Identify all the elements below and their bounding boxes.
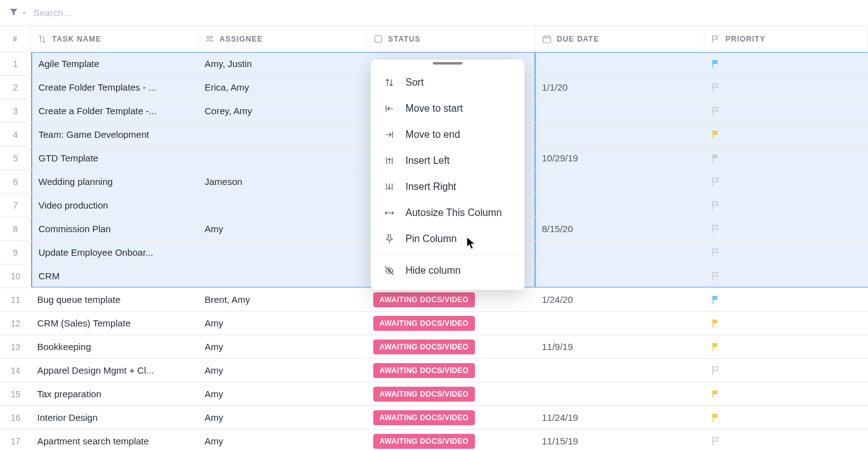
- table-row[interactable]: 17Apartment search templateAmyAWAITING D…: [0, 430, 868, 450]
- table-row[interactable]: 16Interior DesignAmyAWAITING DOCS/VIDEO1…: [0, 406, 868, 430]
- status-cell[interactable]: AWAITING DOCS/VIDEO: [367, 335, 536, 358]
- task-name-cell[interactable]: Agile Template: [31, 52, 198, 75]
- due-date-cell[interactable]: [536, 123, 704, 146]
- priority-cell[interactable]: [704, 264, 868, 287]
- due-date-cell[interactable]: 1/1/20: [536, 76, 704, 99]
- due-date-cell[interactable]: [536, 99, 704, 122]
- due-date-cell[interactable]: [536, 241, 704, 264]
- priority-cell[interactable]: [704, 335, 868, 358]
- priority-cell[interactable]: [704, 146, 868, 169]
- task-name-cell[interactable]: Bug queue template: [31, 288, 198, 311]
- priority-cell[interactable]: [704, 217, 868, 240]
- task-name-cell[interactable]: Create a Folder Template -...: [31, 99, 198, 122]
- assignee-cell[interactable]: Amy: [198, 335, 367, 358]
- assignee-cell[interactable]: Brent, Amy: [198, 288, 367, 311]
- menu-hide-column[interactable]: Hide column: [371, 258, 525, 284]
- priority-cell[interactable]: [704, 312, 868, 335]
- due-date-cell[interactable]: [536, 194, 704, 217]
- table-row[interactable]: 11Bug queue templateBrent, AmyAWAITING D…: [0, 288, 868, 312]
- table-row[interactable]: 15Tax preparationAmyAWAITING DOCS/VIDEO: [0, 382, 868, 406]
- due-date-cell[interactable]: [536, 52, 704, 75]
- assignee-cell[interactable]: Corey, Amy: [198, 99, 367, 122]
- assignee-cell[interactable]: Erica, Amy: [198, 76, 367, 99]
- status-cell[interactable]: AWAITING DOCS/VIDEO: [367, 430, 536, 450]
- status-cell[interactable]: AWAITING DOCS/VIDEO: [367, 359, 536, 382]
- assignee-cell[interactable]: [198, 194, 367, 217]
- task-name-cell[interactable]: Interior Design: [31, 406, 198, 429]
- priority-cell[interactable]: [704, 382, 868, 405]
- due-date-cell[interactable]: [536, 359, 704, 382]
- priority-cell[interactable]: [704, 430, 868, 450]
- task-name-cell[interactable]: CRM (Sales) Template: [31, 312, 198, 335]
- status-cell[interactable]: AWAITING DOCS/VIDEO: [367, 382, 536, 405]
- task-name-cell[interactable]: Team: Game Development: [31, 123, 198, 146]
- header-priority[interactable]: PRIORITY: [704, 26, 868, 52]
- table-row[interactable]: 13BookkeepingAmyAWAITING DOCS/VIDEO11/9/…: [0, 335, 868, 359]
- assignee-cell[interactable]: Amy: [198, 359, 367, 382]
- header-assignee[interactable]: ASSIGNEE: [198, 26, 367, 52]
- status-cell[interactable]: AWAITING DOCS/VIDEO: [367, 288, 536, 311]
- menu-pin-column[interactable]: Pin Column: [371, 226, 525, 252]
- task-name-cell[interactable]: CRM: [31, 264, 198, 287]
- priority-cell[interactable]: [704, 170, 868, 193]
- due-date-cell[interactable]: 1/24/20: [536, 288, 704, 311]
- task-name-cell[interactable]: Video production: [31, 194, 198, 217]
- task-name-cell[interactable]: Tax preparation: [31, 382, 198, 405]
- header-task-name[interactable]: TASK NAME: [31, 26, 198, 52]
- due-date-cell[interactable]: [536, 312, 704, 335]
- menu-insert-left[interactable]: Insert Left: [371, 148, 525, 174]
- priority-flag-icon: [711, 106, 722, 117]
- table-row[interactable]: 12CRM (Sales) TemplateAmyAWAITING DOCS/V…: [0, 312, 868, 335]
- search-input[interactable]: [33, 7, 859, 18]
- header-status[interactable]: STATUS: [367, 26, 536, 52]
- priority-cell[interactable]: [704, 359, 868, 382]
- due-date-cell[interactable]: [536, 264, 704, 287]
- due-date-cell[interactable]: 8/15/20: [536, 217, 704, 240]
- due-date-cell[interactable]: 10/29/19: [536, 146, 704, 169]
- assignee-cell[interactable]: Amy: [198, 312, 367, 335]
- task-name-cell[interactable]: Commission Plan: [31, 217, 198, 240]
- assignee-cell[interactable]: Jameson: [198, 170, 367, 193]
- status-cell[interactable]: AWAITING DOCS/VIDEO: [367, 312, 536, 335]
- task-name-cell[interactable]: Apartment search template: [31, 430, 198, 450]
- priority-cell[interactable]: [704, 288, 868, 311]
- priority-cell[interactable]: [704, 406, 868, 429]
- task-name-cell[interactable]: Create Folder Templates - ...: [31, 76, 198, 99]
- menu-move-to-start[interactable]: Move to start: [371, 96, 525, 122]
- header-row-number[interactable]: #: [0, 26, 31, 52]
- priority-cell[interactable]: [704, 99, 868, 122]
- task-name-cell[interactable]: GTD Template: [31, 146, 198, 169]
- menu-sort[interactable]: Sort: [371, 70, 525, 96]
- assignee-cell[interactable]: Amy: [198, 430, 367, 450]
- menu-move-to-end[interactable]: Move to end: [371, 122, 525, 148]
- assignee-cell[interactable]: Amy: [198, 406, 367, 429]
- task-name-cell[interactable]: Bookkeeping: [31, 335, 198, 358]
- menu-autosize-column[interactable]: Autosize This Column: [371, 200, 525, 226]
- assignee-cell[interactable]: [198, 264, 367, 287]
- due-date-cell[interactable]: 11/15/19: [536, 430, 704, 450]
- task-name-cell[interactable]: Update Employee Onboar...: [31, 241, 198, 264]
- due-date-cell[interactable]: [536, 170, 704, 193]
- assignee-cell[interactable]: [198, 123, 367, 146]
- task-name-cell[interactable]: Apparel Design Mgmt + Cl...: [31, 359, 198, 382]
- priority-cell[interactable]: [704, 76, 868, 99]
- due-date-cell[interactable]: 11/9/19: [536, 335, 704, 358]
- priority-cell[interactable]: [704, 123, 868, 146]
- status-cell[interactable]: AWAITING DOCS/VIDEO: [367, 406, 536, 429]
- assignee-cell[interactable]: Amy: [198, 382, 367, 405]
- menu-insert-right[interactable]: Insert Right: [371, 174, 525, 200]
- table-row[interactable]: 14Apparel Design Mgmt + Cl...AmyAWAITING…: [0, 359, 868, 382]
- due-date-cell[interactable]: 11/24/19: [536, 406, 704, 429]
- priority-cell[interactable]: [704, 194, 868, 217]
- task-name-cell[interactable]: Wedding planning: [31, 170, 198, 193]
- due-date-cell[interactable]: [536, 382, 704, 405]
- filter-trigger[interactable]: [9, 7, 27, 19]
- assignee-cell[interactable]: [198, 241, 367, 264]
- header-due-date[interactable]: DUE DATE: [536, 26, 704, 52]
- assignee-cell[interactable]: Amy, Justin: [198, 52, 367, 75]
- priority-cell[interactable]: [704, 241, 868, 264]
- assignee-cell[interactable]: Amy: [198, 217, 367, 240]
- drag-handle[interactable]: [433, 62, 463, 65]
- assignee-cell[interactable]: [198, 146, 367, 169]
- priority-cell[interactable]: [704, 52, 868, 75]
